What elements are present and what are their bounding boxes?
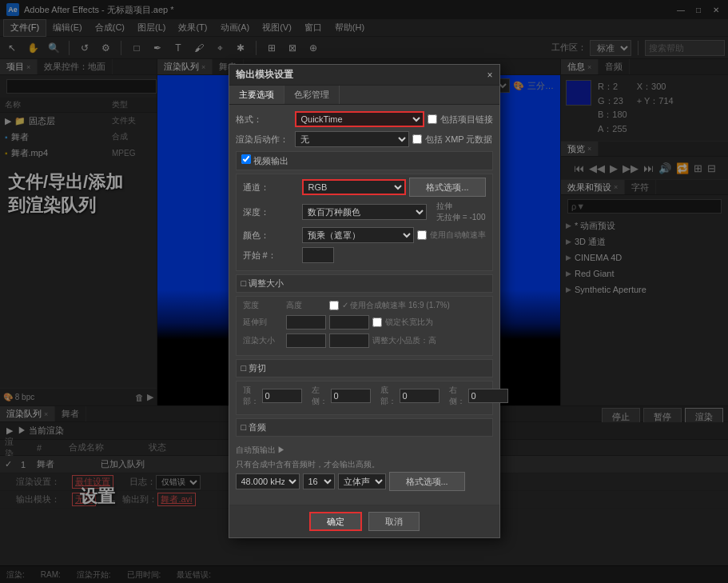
format-label: 格式：: [236, 114, 292, 126]
channel-label: 通道：: [243, 182, 299, 194]
video-output-label: 视频输出: [253, 156, 288, 166]
lock-ar-label: ✓ 使用合成帧速率 16:9 (1.7%): [342, 300, 450, 311]
color-label: 颜色：: [243, 230, 299, 242]
start-input[interactable]: [302, 247, 334, 263]
depth-row: 深度： 数百万种颜色 拉伸无拉伸 = -100: [243, 201, 486, 223]
resize-min-w[interactable]: [286, 333, 326, 348]
include-project-label: 包括项目链接: [440, 114, 493, 126]
resize-w-label: 宽度: [243, 300, 283, 311]
resize-section: □ 调整大小: [236, 274, 493, 293]
crop-left[interactable]: [331, 389, 371, 403]
resize-row3: 渲染大小 调整大小品质：高: [243, 333, 486, 348]
modal-header: 输出模块设置 ×: [229, 65, 499, 86]
freq-select[interactable]: 48.000 kHz: [236, 473, 300, 489]
modal-title: 输出模块设置: [236, 68, 293, 82]
modal-tab-main[interactable]: 主要选项: [229, 86, 284, 104]
include-project-check[interactable]: [428, 114, 437, 124]
format-options-btn2[interactable]: 格式选项...: [389, 472, 465, 491]
auto-note: 只有合成中含有音频时，才会输出高频。: [236, 457, 493, 472]
auto-label: 自动预输出 ▶: [236, 443, 493, 457]
lock-ar-check[interactable]: [329, 301, 339, 310]
modal-footer: 确定 取消: [229, 505, 499, 537]
crop-right[interactable]: [468, 389, 508, 403]
modal-cancel-button[interactable]: 取消: [368, 512, 420, 531]
color-select[interactable]: 预乘（遮罩）: [302, 227, 414, 243]
modal-ok-button[interactable]: 确定: [309, 512, 362, 531]
resize-to-h[interactable]: [329, 315, 369, 329]
video-output-check[interactable]: [241, 154, 251, 164]
modal-tab-color[interactable]: 色彩管理: [284, 86, 340, 104]
format-select[interactable]: QuickTime: [295, 111, 424, 127]
crop-bottom-label: 底部：: [380, 385, 396, 407]
crop-left-label: 左侧：: [312, 385, 328, 407]
resize-min-label: 渲染大小: [243, 335, 283, 346]
video-output-section: 视频输出: [236, 151, 493, 170]
resize-toggle: □: [241, 278, 249, 288]
audio-toggle: □: [241, 422, 249, 432]
resize-content: 宽度 高度 ✓ 使用合成帧速率 16:9 (1.7%) 延伸到 锁定长宽比为 渲…: [236, 296, 493, 356]
channel-audio-select[interactable]: 立体声: [338, 473, 386, 489]
audio-settings-row: 48.000 kHz 16 位 立体声 格式选项...: [236, 472, 493, 491]
crop-right-label: 右侧：: [449, 385, 465, 407]
resize-row1: 宽度 高度 ✓ 使用合成帧速率 16:9 (1.7%): [243, 300, 486, 311]
resize-label: 调整大小: [249, 278, 284, 288]
resize-row2: 延伸到 锁定长宽比为: [243, 315, 486, 329]
auto-section: 自动预输出 ▶ 只有合成中含有音频时，才会输出高频。 48.000 kHz 16…: [236, 440, 493, 498]
format-options-btn[interactable]: 格式选项...: [409, 178, 485, 197]
video-output-content: 通道： RGB 格式选项... 深度： 数百万种颜色 拉伸无拉伸 = -100 …: [236, 174, 493, 271]
crop-top[interactable]: [262, 389, 302, 403]
stretch-label: 拉伸无拉伸 = -100: [436, 201, 485, 223]
post-render-label: 渲染后动作：: [236, 134, 292, 146]
lock-note: 锁定长宽比为: [385, 317, 433, 328]
depth-label: 深度：: [243, 206, 299, 218]
audio-section: □ 音频: [236, 418, 493, 437]
crop-section: □ 剪切: [236, 359, 493, 377]
color-row: 颜色： 预乘（遮罩） 使用自动帧速率: [243, 227, 486, 243]
include-xmp-check[interactable]: [412, 134, 422, 144]
include-xmp-label: 包括 XMP 元数据: [425, 134, 493, 146]
video-auto-check[interactable]: [417, 230, 427, 240]
lock-ar2-check[interactable]: [372, 317, 382, 327]
channel-row: 通道： RGB 格式选项...: [243, 178, 486, 197]
start-label: 开始 #：: [243, 250, 299, 262]
crop-label: 剪切: [249, 363, 266, 373]
crop-toggle: □: [241, 363, 249, 373]
resize-h-label: 高度: [286, 300, 326, 311]
start-row: 开始 #：: [243, 247, 486, 263]
resize-to-label: 延伸到: [243, 317, 283, 328]
modal-tabs: 主要选项 色彩管理: [229, 86, 499, 105]
bit-select[interactable]: 16 位: [303, 473, 335, 489]
audio-label: 音频: [249, 422, 266, 432]
quality-label: 调整大小品质：高: [372, 335, 436, 346]
crop-top-label: 顶部：: [243, 385, 259, 407]
format-row: 格式： QuickTime 包括项目链接: [236, 111, 493, 127]
post-render-select[interactable]: 无: [295, 131, 409, 147]
channel-select[interactable]: RGB: [302, 179, 407, 195]
resize-min-h[interactable]: [329, 333, 369, 348]
modal-overlay: 输出模块设置 × 主要选项 色彩管理 格式： QuickTime 包括项目链接 …: [0, 0, 728, 583]
crop-row: 顶部： 左侧： 底部： 右侧：: [243, 385, 486, 407]
video-auto-label: 使用自动帧速率: [430, 230, 486, 241]
modal-dialog: 输出模块设置 × 主要选项 色彩管理 格式： QuickTime 包括项目链接 …: [229, 64, 500, 538]
modal-body: 格式： QuickTime 包括项目链接 渲染后动作： 无 包括 XMP 元数据: [229, 105, 499, 505]
resize-to-w[interactable]: [286, 315, 326, 329]
modal-close-button[interactable]: ×: [487, 70, 492, 81]
crop-content: 顶部： 左侧： 底部： 右侧：: [236, 381, 493, 415]
depth-select[interactable]: 数百万种颜色: [302, 204, 428, 220]
crop-bottom[interactable]: [400, 389, 440, 403]
post-render-row: 渲染后动作： 无 包括 XMP 元数据: [236, 131, 493, 147]
